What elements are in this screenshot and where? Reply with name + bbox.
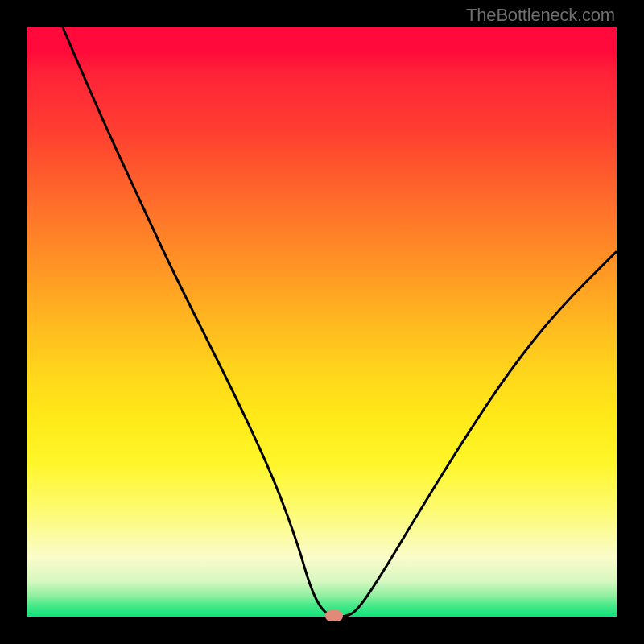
curve-path: [63, 27, 617, 617]
plot-area: [27, 27, 617, 617]
bottleneck-curve: [27, 27, 617, 617]
attribution-text: TheBottleneck.com: [466, 5, 615, 26]
chart-frame: TheBottleneck.com: [0, 0, 644, 644]
optimal-point-marker: [325, 610, 343, 621]
